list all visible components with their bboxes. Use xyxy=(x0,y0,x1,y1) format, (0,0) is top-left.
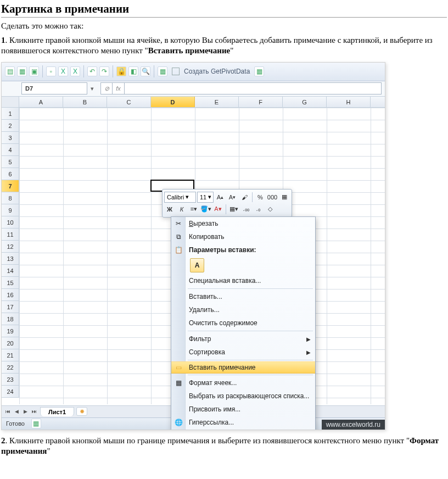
row-header[interactable]: 1 xyxy=(2,108,19,120)
menu-define-name[interactable]: Присвоить имя... xyxy=(171,403,315,416)
row-headers[interactable]: 123456789101112131415161718192021222324 xyxy=(2,108,19,398)
undo-icon[interactable]: ↶ xyxy=(87,66,97,76)
pivot-checkbox[interactable] xyxy=(172,68,180,75)
format-painter-icon[interactable]: 🖌 xyxy=(239,192,250,203)
chevron-right-icon: ▶ xyxy=(306,336,311,342)
step-1-number: 1 xyxy=(1,36,5,44)
menu-format-cells[interactable]: ▦ Формат ячеек... xyxy=(171,376,315,389)
borders-icon[interactable]: ▦▾ xyxy=(228,204,239,215)
fx-icon[interactable]: fx xyxy=(113,82,125,94)
redo-icon[interactable]: ↷ xyxy=(99,66,109,76)
paste-option-keep-text[interactable]: А xyxy=(190,258,204,272)
number-format-icon[interactable]: ▦ xyxy=(279,192,290,203)
row-header[interactable]: 16 xyxy=(2,289,19,301)
menu-hyperlink[interactable]: 🌐 Гиперссылка... xyxy=(171,416,315,429)
row-header[interactable]: 2 xyxy=(2,120,19,132)
row-header[interactable]: 10 xyxy=(2,216,19,229)
grow-font-icon[interactable]: A▴ xyxy=(215,192,226,203)
hyperlink-icon: 🌐 xyxy=(173,419,183,426)
clear-icon[interactable]: ◇ xyxy=(265,204,276,215)
pivot-wizard-icon[interactable]: ▦ xyxy=(254,66,264,76)
select-all-corner[interactable] xyxy=(2,97,19,108)
cancel-icon[interactable]: ⊘ xyxy=(100,82,113,94)
menu-filter[interactable]: Фильтр▶ xyxy=(171,332,315,346)
row-header[interactable]: 17 xyxy=(2,301,19,313)
excel-icon[interactable]: X xyxy=(58,66,68,76)
row-header[interactable]: 5 xyxy=(2,156,19,168)
row-header[interactable]: 6 xyxy=(2,168,19,180)
tab-nav[interactable]: ⏮ ◀ ▶ ⏭ xyxy=(2,409,40,414)
row-header[interactable]: 12 xyxy=(2,241,19,253)
chevron-right-icon: ▶ xyxy=(306,349,311,355)
row-header[interactable]: 19 xyxy=(2,325,19,337)
menu-copy[interactable]: ⧉ Копировать xyxy=(171,230,315,243)
row-header[interactable]: 15 xyxy=(2,277,19,289)
font-name-select[interactable]: Calibri ▾ xyxy=(164,192,196,203)
row-header[interactable]: 8 xyxy=(2,192,19,204)
shrink-font-icon[interactable]: A▾ xyxy=(227,192,238,203)
sheet-tab-active[interactable]: Лист1 xyxy=(40,407,74,416)
search-icon[interactable]: 🔍 xyxy=(141,66,150,76)
row-header[interactable]: 24 xyxy=(2,386,19,398)
italic-icon[interactable]: К xyxy=(176,204,187,215)
tab-nav-prev-icon[interactable]: ◀ xyxy=(13,409,20,414)
menu-clear-contents[interactable]: Очистить содержимое xyxy=(171,316,315,330)
row-header[interactable]: 14 xyxy=(2,265,19,277)
menu-cut[interactable]: ✂ Вырезать xyxy=(171,217,315,230)
increase-decimal-icon[interactable]: .₀₀ xyxy=(240,204,251,215)
col-header[interactable]: H xyxy=(327,97,371,107)
fill-color-icon[interactable]: 🪣▾ xyxy=(200,204,211,215)
excel-icon[interactable]: X xyxy=(70,66,80,76)
new-doc-icon[interactable]: ▫ xyxy=(46,66,56,76)
row-header[interactable]: 4 xyxy=(2,144,19,156)
tab-nav-last-icon[interactable]: ⏭ xyxy=(30,409,38,414)
col-header[interactable]: F xyxy=(239,97,283,107)
add-sheet-icon[interactable]: ✸ xyxy=(76,407,87,416)
col-header[interactable]: E xyxy=(195,97,239,107)
qat-icon[interactable]: ▦ xyxy=(17,66,27,76)
menu-pick-from-dropdown[interactable]: Выбрать из раскрывающегося списка... xyxy=(171,389,315,403)
row-header[interactable]: 3 xyxy=(2,132,19,144)
decrease-decimal-icon[interactable]: .₀ xyxy=(253,204,264,215)
row-header[interactable]: 20 xyxy=(2,337,19,349)
menu-paste-options-header: 📋 Параметры вставки: xyxy=(171,243,315,257)
row-header[interactable]: 22 xyxy=(2,361,19,374)
bold-icon[interactable]: Ж xyxy=(164,204,175,215)
macro-record-icon[interactable]: ▦ xyxy=(31,419,41,428)
name-box-dropdown[interactable]: ▾ xyxy=(87,85,97,92)
menu-insert[interactable]: Вставить... xyxy=(171,290,315,303)
pivot-icon[interactable]: ▦ xyxy=(158,66,167,76)
comma-style-icon[interactable]: 000 xyxy=(267,192,278,203)
row-header[interactable]: 23 xyxy=(2,374,19,386)
row-header[interactable]: 11 xyxy=(2,229,19,241)
tab-nav-next-icon[interactable]: ▶ xyxy=(21,409,29,414)
align-icon[interactable]: ≡▾ xyxy=(188,204,199,215)
column-headers[interactable]: ABCDEFGH xyxy=(19,97,385,108)
menu-sort[interactable]: Сортировка▶ xyxy=(171,346,315,359)
row-header[interactable]: 13 xyxy=(2,253,19,265)
qat-icon[interactable]: ◧ xyxy=(128,66,138,76)
name-box[interactable]: D7 xyxy=(21,82,87,94)
col-header[interactable]: G xyxy=(283,97,327,107)
col-header[interactable]: B xyxy=(63,97,107,107)
menu-paste-special[interactable]: Специальная вставка... xyxy=(171,274,315,287)
col-header[interactable]: C xyxy=(107,97,151,107)
row-header[interactable]: 18 xyxy=(2,313,19,325)
watermark: www.excelworld.ru xyxy=(322,420,385,430)
row-header[interactable]: 9 xyxy=(2,204,19,216)
row-header[interactable]: 21 xyxy=(2,349,19,361)
col-header[interactable]: A xyxy=(19,97,63,107)
row-header[interactable]: 7 xyxy=(2,180,19,192)
font-size-select[interactable]: 11 ▾ xyxy=(197,192,214,203)
col-header[interactable]: D xyxy=(151,97,195,107)
step-2-number: 2 xyxy=(1,436,5,445)
qat-icon[interactable]: ▤ xyxy=(5,66,15,76)
font-color-icon[interactable]: A▾ xyxy=(212,204,223,215)
menu-delete[interactable]: Удалить... xyxy=(171,303,315,316)
qat-icon[interactable]: ▣ xyxy=(29,66,39,76)
lock-icon[interactable]: 🔒 xyxy=(116,66,126,76)
menu-insert-comment[interactable]: ▭ Вставить примечание xyxy=(171,361,315,374)
percent-icon[interactable]: % xyxy=(255,192,266,203)
tab-nav-first-icon[interactable]: ⏮ xyxy=(4,409,12,414)
formula-input[interactable] xyxy=(125,82,382,94)
